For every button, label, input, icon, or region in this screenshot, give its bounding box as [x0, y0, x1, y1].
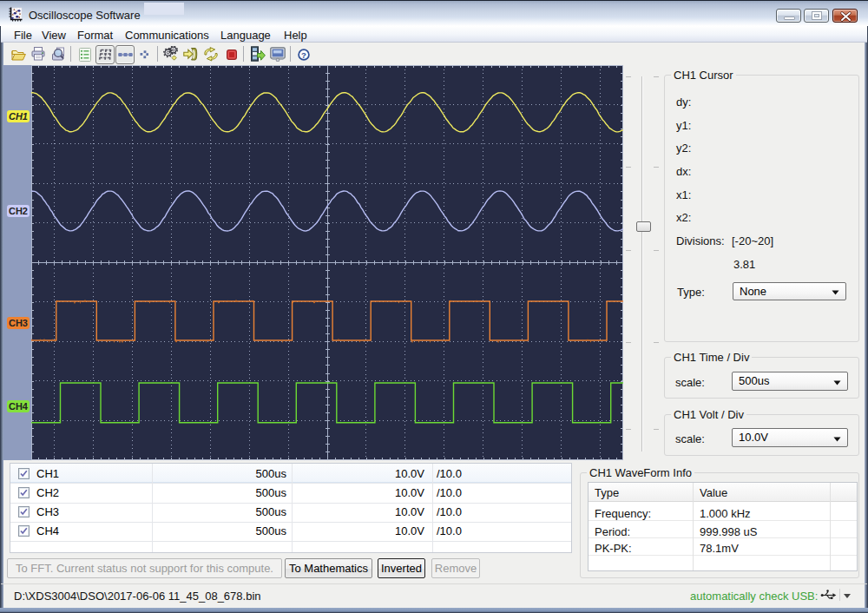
svg-text:?: ? [301, 50, 306, 60]
